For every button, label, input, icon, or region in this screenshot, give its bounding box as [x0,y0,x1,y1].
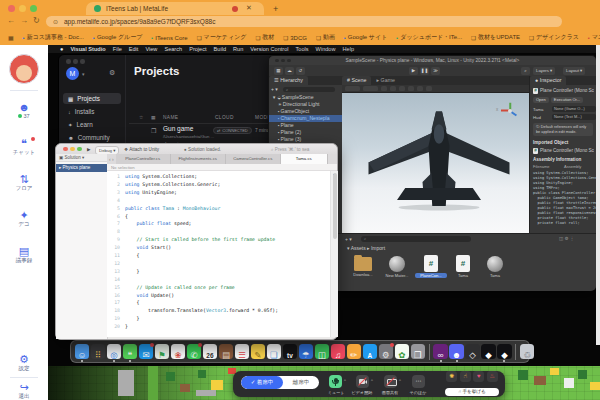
journal-icon[interactable]: ▤ [219,344,233,358]
menu-app-name[interactable]: Visual Studio [70,46,105,52]
menu-item-run[interactable]: Run [233,46,243,52]
sidebar-item-chat[interactable]: ❝チャット [0,137,48,155]
new-tab-button[interactable]: + [273,4,278,14]
asset-material[interactable]: New Mater... [381,254,413,278]
hierarchy-item[interactable]: ▪Plane (3) [269,136,351,143]
scroll-thumb[interactable] [333,173,337,239]
vs-run-icon[interactable]: ▶ [87,147,91,152]
vs-solution-item[interactable]: ▸ Physics plane [56,164,107,172]
global-toggle[interactable] [363,86,378,92]
presence-toggle[interactable]: ✓ 着席中 離席中 [241,376,319,389]
execution-order-button[interactable]: Execution Or... [551,97,583,103]
unity-titlebar[interactable]: SampleScene - Physics plane - Windows, M… [269,56,596,65]
share-options-chevron-icon[interactable]: ^ [399,378,401,383]
bookmark-item[interactable]: ▪新コス講事務 - Doc... [23,33,84,42]
menu-item-search[interactable]: Search [164,46,182,52]
sidebar-item-deco[interactable]: ✦デコ [0,209,48,227]
vs-search-box[interactable]: ⌕ Press '⌘.' to sea [271,147,309,152]
roblox-studio-icon[interactable]: ❒ [411,344,425,358]
address-bar[interactable]: ⊙ app.metalife.co.jp/spaces/9a8a9eG7fDQR… [46,16,562,27]
discord-icon[interactable]: ☻ [449,344,463,358]
bookmark-item[interactable]: ▪マニュアル・一覧表 [588,33,600,42]
vs-minimize-button[interactable] [70,147,75,152]
hub-col-cloud[interactable]: CLOUD [215,115,234,120]
menu-item-build[interactable]: Build [214,46,226,52]
layout-dropdown[interactable]: Layout ▾ [563,67,585,75]
music-icon[interactable]: ♫ [331,344,345,358]
vs-titlebar[interactable]: ▶ Debug ▾ ❖ Attach to Unity ● Solution l… [56,144,337,154]
apple-menu-icon[interactable]: ● [60,46,63,52]
menu-item-edit[interactable]: Edit [129,46,139,52]
play-button[interactable]: ▶ [409,67,418,75]
lighting-toggle-icon[interactable] [399,86,405,92]
back-icon[interactable]: ← [7,16,15,25]
visual-studio-icon[interactable]: ∞ [433,344,447,358]
app-store-icon[interactable]: A [363,344,377,358]
mic-options-chevron-icon[interactable]: ^ [344,378,346,383]
unity-hub-icon[interactable]: ◇ [465,344,479,358]
project-add-button[interactable]: + ▾ [345,236,352,242]
seated-status-button[interactable]: ✓ 着席中 [241,376,283,389]
vs-tab-flightinstruments-cs[interactable]: FlightInstruments.cs [171,154,226,164]
bookmark-item[interactable]: ▪Google サイト [344,33,387,42]
facetime-icon[interactable]: ✆ [187,344,201,358]
object-field[interactable]: None (Game O...) [552,106,596,112]
object-field[interactable]: None (Text M...) [552,114,596,120]
hub-account-avatar[interactable]: M [66,67,79,80]
bookmark-item[interactable]: ❏デザインクラス [529,33,579,42]
bookmark-item[interactable]: ❏動画 [316,33,335,42]
bookmark-item[interactable]: ❏教材をUPDATE [471,33,520,42]
menu-item-file[interactable]: File [113,46,122,52]
hierarchy-item[interactable]: ▪Plane [269,122,351,129]
vs-code-editor[interactable]: 1using System.Collections;2using System.… [107,171,330,337]
sidebar-item-leave[interactable]: ↪ 退出 [0,381,48,399]
hierarchy-item[interactable]: ▪GameObject [269,108,351,115]
bookmark-item[interactable]: ❏3DCG [283,35,307,41]
add-gameobject-button[interactable]: + ▾ [271,86,278,92]
menu-item-tools[interactable]: Tools [296,46,309,52]
tab-hierarchy[interactable]: ☰ Hierarchy [269,76,308,85]
hub-settings-gear-icon[interactable]: ⚙ [109,69,115,77]
project-panel-options-icons[interactable]: ◫ ⚙ ⋮ [559,236,574,241]
window-minimize-button[interactable] [19,5,26,12]
apps-grid-icon[interactable]: ▦ [8,34,14,41]
sidebar-item-floor[interactable]: ⇅フロア [0,173,48,191]
heart-reaction[interactable]: ♥ [473,371,484,382]
fire-reaction[interactable]: ♨ [487,371,498,382]
clap-reaction[interactable]: ✺ [446,371,457,382]
bookmark-item[interactable]: ▪Google グループ [93,33,142,42]
start-video-button[interactable] [356,375,369,388]
window-close-button[interactable] [8,5,15,12]
thumbs-up-reaction[interactable]: ☝ [460,371,471,382]
hub-nav-learn[interactable]: ✦Learn [63,119,121,130]
trash-icon[interactable]: ♲ [520,344,534,358]
menu-item-version-control[interactable]: Version Control [250,46,288,52]
pages-icon[interactable]: ✏ [347,344,361,358]
hierarchy-item[interactable]: ▼ ⬙SampleScene [269,94,345,101]
window-zoom-button[interactable] [30,5,37,12]
hub-nav-installs[interactable]: ↓Installs [63,106,121,117]
open-button[interactable]: Open [533,97,549,103]
orientation-gizmo[interactable]: x [500,101,520,121]
vs-scrollbar[interactable] [330,171,338,337]
vs-tab-planecontroller-cs[interactable]: PlaneController.cs [116,154,171,164]
menu-item-window[interactable]: Window [316,46,336,52]
hub-nav-community[interactable]: ☻Community [63,132,121,143]
sidebar-item-minutes[interactable]: ▤議事録 [0,245,48,263]
avatar[interactable] [9,54,39,84]
scene-viewport[interactable]: x [342,93,529,233]
notes-icon[interactable]: ✎ [251,344,265,358]
tab-nav-back-icon[interactable]: ‹ › [107,154,116,164]
apple-tv-icon[interactable]: tv [283,344,297,358]
asset-script[interactable]: #Tama [447,254,479,278]
tab-game[interactable]: ▸ Game [371,76,400,85]
menu-item-project[interactable]: Project [189,46,206,52]
messages-icon[interactable]: ❝ [123,344,137,358]
audio-toggle-icon[interactable] [408,86,414,92]
history-icon[interactable]: ↺ [296,67,305,75]
bookmark-item[interactable]: ▪ダッシュボード・ITe... [396,33,462,42]
sidebar-item-members[interactable]: ☻37 [0,101,48,119]
bookmark-item[interactable]: ❏マーケティング [197,33,247,42]
vs-attach-button[interactable]: ❖ Attach to Unity [124,147,159,152]
sidebar-item-settings[interactable]: ⚙ 設定 [0,353,48,371]
